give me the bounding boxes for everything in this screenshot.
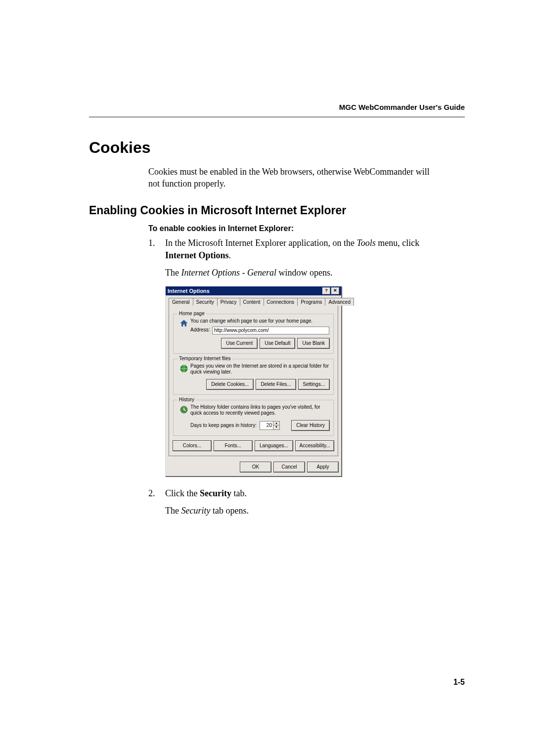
step-1-internet-options: Internet Options — [165, 250, 229, 260]
legend-history: History — [178, 397, 196, 402]
tab-security[interactable]: Security — [193, 298, 218, 306]
group-home-page: Home page You can change which page to u… — [173, 314, 334, 354]
legend-home-page: Home page — [178, 311, 206, 316]
tab-content[interactable]: Content — [240, 298, 264, 306]
step-2-number: 2. — [148, 487, 165, 500]
step-1-text: In the Microsoft Internet Explorer appli… — [165, 237, 440, 262]
legend-temp-files: Temporary Internet files — [178, 356, 232, 361]
step-2-follow-pre: The — [165, 506, 181, 516]
days-input[interactable] — [260, 422, 273, 429]
running-header: MGC WebCommander User's Guide — [0, 103, 465, 111]
spin-up-icon[interactable]: ▲ — [273, 422, 279, 426]
spin-down-icon[interactable]: ▼ — [273, 425, 279, 429]
accessibility-button[interactable]: Accessibility... — [296, 441, 334, 451]
internet-options-dialog: Internet Options ? ✕ General Security Pr… — [165, 286, 342, 476]
step-1-follow-italic: Internet Options - General — [181, 268, 276, 278]
ok-button[interactable]: OK — [240, 462, 271, 472]
home-icon — [178, 318, 190, 329]
apply-button[interactable]: Apply — [308, 462, 338, 472]
group-history: History The History folder contains link… — [173, 400, 334, 436]
step-1-number: 1. — [148, 237, 165, 262]
step-2-post: tab. — [231, 488, 247, 498]
tab-general[interactable]: General — [169, 298, 193, 306]
procedure-title: To enable cookies in Internet Explorer: — [148, 224, 465, 233]
clear-history-button[interactable]: Clear History — [292, 421, 329, 430]
tab-page-general: Home page You can change which page to u… — [169, 306, 338, 456]
step-1-follow-post: window opens. — [276, 268, 333, 278]
step-1-tools: Tools — [356, 238, 375, 248]
settings-button[interactable]: Settings... — [299, 379, 329, 389]
step-1-follow-pre: The — [165, 268, 181, 278]
document-page: MGC WebCommander User's Guide Cookies Co… — [0, 0, 534, 756]
days-label: Days to keep pages in history: — [190, 423, 257, 428]
fonts-button[interactable]: Fonts... — [214, 441, 252, 451]
delete-cookies-button[interactable]: Delete Cookies... — [207, 379, 253, 389]
home-text: You can change which page to use for you… — [190, 318, 329, 325]
dialog-titlebar: Internet Options ? ✕ — [166, 286, 341, 295]
globe-icon — [178, 363, 190, 374]
intro-paragraph: Cookies must be enabled in the Web brows… — [148, 166, 435, 190]
help-button[interactable]: ? — [322, 287, 330, 294]
step-2-security: Security — [200, 488, 231, 498]
colors-button[interactable]: Colors... — [173, 441, 211, 451]
step-2-pre: Click the — [165, 488, 200, 498]
step-1: 1. In the Microsoft Internet Explorer ap… — [148, 237, 440, 262]
history-text: The History folder contains links to pag… — [190, 404, 329, 417]
use-blank-button[interactable]: Use Blank — [298, 338, 329, 348]
step-1-mid: menu, click — [376, 238, 419, 248]
use-current-button[interactable]: Use Current — [222, 338, 257, 348]
tab-connections[interactable]: Connections — [264, 298, 298, 306]
step-1-followup: The Internet Options - General window op… — [165, 267, 465, 279]
step-1-post: . — [229, 250, 231, 260]
tab-programs[interactable]: Programs — [297, 298, 325, 306]
tab-advanced[interactable]: Advanced — [325, 298, 354, 306]
cancel-button[interactable]: Cancel — [274, 462, 305, 472]
heading-enabling: Enabling Cookies in Microsoft Internet E… — [89, 204, 465, 217]
address-input[interactable] — [212, 327, 329, 334]
page-number: 1-5 — [453, 678, 465, 687]
dialog-tabs: General Security Privacy Content Connect… — [169, 297, 338, 306]
delete-files-button[interactable]: Delete Files... — [256, 379, 295, 389]
step-2-follow-post: tab opens. — [210, 506, 248, 516]
address-label: Address: — [190, 327, 212, 333]
temp-text: Pages you view on the Internet are store… — [190, 363, 329, 376]
languages-button[interactable]: Languages... — [255, 441, 293, 451]
step-1-pre: In the Microsoft Internet Explorer appli… — [165, 238, 356, 248]
dialog-title: Internet Options — [168, 288, 210, 294]
step-2-text: Click the Security tab. — [165, 487, 440, 500]
header-rule — [89, 116, 465, 118]
step-2-follow-italic: Security — [181, 506, 210, 516]
days-spinner[interactable]: ▲ ▼ — [260, 421, 280, 430]
group-temp-files: Temporary Internet files Pages you view … — [173, 359, 334, 395]
history-icon — [178, 404, 190, 415]
internet-options-dialog-figure: Internet Options ? ✕ General Security Pr… — [165, 286, 465, 476]
step-2: 2. Click the Security tab. — [148, 487, 440, 500]
tab-privacy[interactable]: Privacy — [217, 298, 240, 306]
step-2-followup: The Security tab opens. — [165, 505, 465, 517]
heading-cookies: Cookies — [89, 139, 465, 157]
close-button[interactable]: ✕ — [331, 287, 339, 294]
use-default-button[interactable]: Use Default — [260, 338, 295, 348]
